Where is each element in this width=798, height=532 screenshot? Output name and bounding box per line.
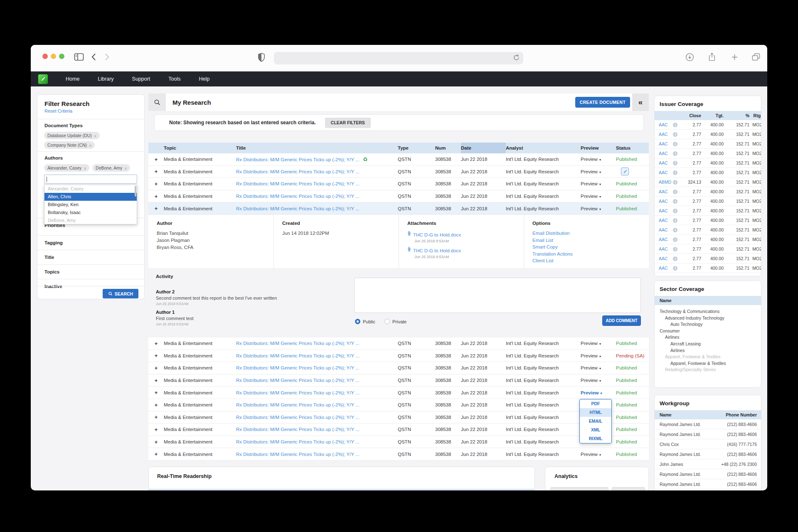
- document-link[interactable]: Rx Distributors: M/M Generic Prices Tick…: [236, 427, 360, 432]
- preview-format-option[interactable]: PDF: [580, 399, 611, 408]
- sector-tree-item[interactable]: Consumer: [660, 328, 761, 335]
- document-link[interactable]: Rx Distributors: M/M Generic Prices Tick…: [236, 378, 360, 383]
- ticker-link[interactable]: AAC: [655, 189, 673, 194]
- option-link[interactable]: Email List: [532, 238, 649, 243]
- ticker-link[interactable]: AAC: [655, 246, 673, 251]
- document-link[interactable]: Rx Distributors: M/M Generic Prices Tick…: [236, 353, 360, 358]
- sector-tree-item[interactable]: Airlines: [660, 347, 761, 354]
- ticker-link[interactable]: AAC: [655, 208, 673, 213]
- info-icon[interactable]: i: [673, 142, 677, 146]
- document-types-label[interactable]: Document Types: [44, 123, 83, 128]
- row-expander-icon[interactable]: +: [148, 340, 164, 347]
- filter-section-tagging[interactable]: Tagging: [37, 235, 144, 250]
- row-expander-icon[interactable]: +: [148, 389, 164, 396]
- option-link[interactable]: Smart Copy: [532, 244, 649, 249]
- nav-item-help[interactable]: Help: [199, 76, 210, 82]
- table-row[interactable]: +Media & EntertainmentRx Distributors: M…: [148, 374, 649, 387]
- filter-chip[interactable]: Database Update (DU)x: [44, 132, 100, 139]
- info-icon[interactable]: i: [673, 123, 677, 127]
- public-radio[interactable]: Public: [355, 319, 375, 324]
- option-link[interactable]: Email Distribution: [532, 231, 649, 236]
- filter-chip[interactable]: Company Note (CN)x: [44, 141, 95, 149]
- issuer-column-header[interactable]: %: [724, 113, 749, 118]
- preview-dropdown[interactable]: Preview▾: [581, 157, 616, 162]
- ticker-link[interactable]: AAC: [655, 218, 673, 223]
- attachment-link[interactable]: THC D-G to Hold.docx: [413, 248, 461, 253]
- address-bar[interactable]: [274, 52, 523, 64]
- table-row[interactable]: +Media & EntertainmentRx Distributors: M…: [148, 178, 649, 190]
- preview-format-option[interactable]: XML: [580, 426, 611, 434]
- nav-item-tools[interactable]: Tools: [168, 76, 180, 82]
- sector-tree-item[interactable]: Advanced Industry Technology: [660, 315, 761, 322]
- back-icon[interactable]: [88, 52, 99, 62]
- add-comment-button[interactable]: ADD COMMENT: [602, 315, 641, 326]
- clear-filters-button[interactable]: CLEAR FILTERS: [325, 118, 371, 128]
- info-icon[interactable]: i: [673, 151, 677, 156]
- ticker-link[interactable]: AAC: [655, 170, 673, 175]
- create-document-button[interactable]: CREATE DOCUMENT: [575, 97, 630, 108]
- author-search-input[interactable]: [44, 175, 137, 184]
- info-icon[interactable]: i: [673, 132, 677, 137]
- column-header[interactable]: Num: [435, 145, 461, 150]
- document-link[interactable]: Rx Distributors: M/M Generic Prices Tick…: [236, 452, 360, 457]
- autocomplete-option[interactable]: Boltansky, Isaac: [44, 209, 137, 217]
- authors-label[interactable]: Authors: [44, 155, 63, 160]
- preview-dropdown[interactable]: Preview▾: [581, 206, 616, 211]
- column-header[interactable]: Title: [236, 145, 398, 150]
- table-row[interactable]: +Media & EntertainmentRx Distributors: M…: [148, 399, 649, 411]
- document-link[interactable]: Rx Distributors: M/M Generic Prices Tick…: [236, 341, 360, 346]
- comment-textarea[interactable]: [354, 278, 641, 313]
- workgroup-column-header[interactable]: Phone Number: [717, 412, 761, 417]
- search-icon[interactable]: [148, 94, 166, 111]
- preview-dropdown[interactable]: Preview▾: [581, 353, 616, 358]
- preview-dropdown[interactable]: Preview▾: [581, 452, 616, 457]
- column-header[interactable]: Topic: [164, 145, 236, 150]
- row-expander-icon[interactable]: +: [148, 365, 164, 371]
- ticker-link[interactable]: AAC: [655, 266, 673, 271]
- tab-overview-icon[interactable]: [751, 52, 761, 62]
- document-link[interactable]: Rx Distributors: M/M Generic Prices Tick…: [236, 206, 360, 211]
- ticker-link[interactable]: AAC: [655, 227, 673, 232]
- info-icon[interactable]: i: [673, 266, 677, 271]
- sector-tree-item[interactable]: Auto Technology: [660, 321, 761, 328]
- nav-item-library[interactable]: Library: [98, 76, 113, 82]
- row-expander-icon[interactable]: +: [148, 352, 164, 359]
- row-expander-icon[interactable]: +: [148, 426, 164, 433]
- ticker-link[interactable]: ABMD: [655, 180, 673, 185]
- collapse-panel-button[interactable]: «: [632, 94, 649, 111]
- preview-dropdown[interactable]: Preview▾: [581, 181, 616, 186]
- table-row[interactable]: +Media & EntertainmentRx Distributors: M…: [148, 190, 649, 203]
- preview-format-option[interactable]: RIXML: [580, 434, 611, 443]
- document-link[interactable]: Rx Distributors: M/M Generic Prices Tick…: [236, 194, 360, 199]
- column-header[interactable]: Type: [398, 145, 435, 150]
- private-radio[interactable]: Private: [384, 319, 406, 324]
- sector-tree-item[interactable]: Aircraft Leasing: [660, 341, 761, 347]
- document-link[interactable]: Rx Distributors: M/M Generic Prices Tick…: [236, 402, 360, 407]
- sector-tree-item[interactable]: Airlines: [660, 334, 761, 341]
- remove-chip-icon[interactable]: x: [89, 143, 91, 148]
- close-window-button[interactable]: [42, 54, 48, 59]
- privacy-shield-icon[interactable]: [256, 52, 267, 63]
- minimize-window-button[interactable]: [51, 54, 56, 59]
- document-link[interactable]: Rx Distributors: M/M Generic Prices Tick…: [236, 415, 360, 420]
- table-row[interactable]: +Media & EntertainmentRx Distributors: M…: [148, 448, 649, 461]
- row-expander-icon[interactable]: +: [148, 168, 164, 175]
- document-link[interactable]: Rx Distributors: M/M Generic Prices Tick…: [236, 439, 360, 444]
- row-expander-icon[interactable]: +: [148, 439, 164, 445]
- info-icon[interactable]: i: [673, 161, 677, 165]
- remove-chip-icon[interactable]: x: [94, 133, 96, 138]
- forward-icon[interactable]: [101, 52, 112, 62]
- document-link[interactable]: Rx Distributors: M/M Generic Prices Tick…: [236, 390, 360, 395]
- remove-chip-icon[interactable]: x: [125, 166, 127, 170]
- info-icon[interactable]: i: [673, 170, 677, 175]
- remove-chip-icon[interactable]: x: [84, 166, 86, 170]
- row-expander-icon[interactable]: +: [148, 205, 164, 212]
- info-icon[interactable]: i: [673, 218, 677, 223]
- table-row[interactable]: +Media & EntertainmentRx Distributors: M…: [148, 337, 649, 350]
- table-row[interactable]: +Media & EntertainmentRx Distributors: M…: [148, 202, 649, 215]
- app-logo-icon[interactable]: [38, 74, 48, 84]
- filter-chip[interactable]: DeBone, Amyx: [92, 164, 130, 172]
- issuer-column-header[interactable]: Rtg.: [749, 113, 761, 118]
- row-expander-icon[interactable]: +: [148, 451, 164, 457]
- ticker-link[interactable]: AAC: [655, 160, 673, 165]
